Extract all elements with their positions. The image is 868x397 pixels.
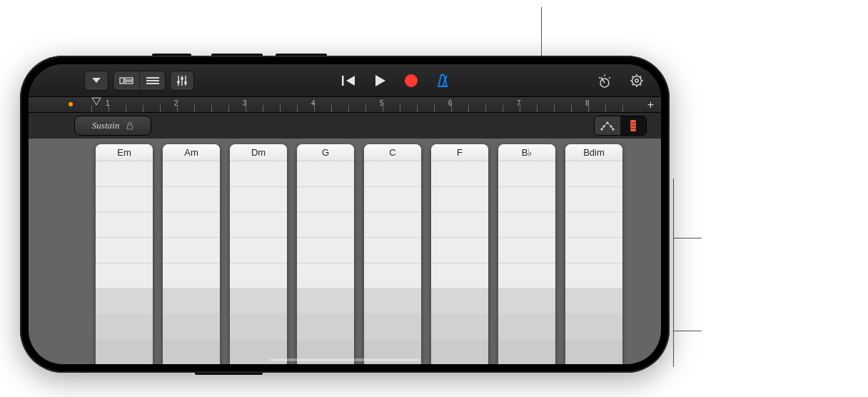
strip-row[interactable] bbox=[297, 212, 354, 238]
strip-row[interactable] bbox=[230, 288, 287, 314]
strip-row[interactable] bbox=[163, 339, 220, 364]
record-button[interactable] bbox=[405, 74, 418, 87]
tracks-view-button[interactable] bbox=[113, 71, 139, 91]
chord-strip[interactable]: C bbox=[364, 144, 421, 364]
strip-row[interactable] bbox=[498, 339, 555, 364]
strip-row[interactable] bbox=[297, 288, 354, 314]
sliders-icon bbox=[176, 75, 188, 86]
list-view-button[interactable] bbox=[139, 71, 165, 91]
strip-row[interactable] bbox=[431, 187, 488, 213]
strip-row[interactable] bbox=[498, 238, 555, 263]
strip-row[interactable] bbox=[96, 263, 153, 289]
chord-strip-body[interactable] bbox=[96, 161, 153, 364]
strip-row[interactable] bbox=[96, 187, 153, 213]
chord-strip-body[interactable] bbox=[163, 161, 220, 364]
strip-row[interactable] bbox=[364, 288, 421, 314]
strip-row[interactable] bbox=[565, 161, 622, 187]
strip-row[interactable] bbox=[163, 314, 220, 340]
chord-strip-body[interactable] bbox=[230, 161, 287, 364]
chord-strip[interactable]: G bbox=[297, 144, 354, 364]
lock-icon bbox=[126, 121, 133, 130]
strip-row[interactable] bbox=[96, 288, 153, 314]
strip-row[interactable] bbox=[96, 314, 153, 340]
strip-row[interactable] bbox=[163, 263, 220, 289]
strip-row[interactable] bbox=[163, 187, 220, 213]
strip-row[interactable] bbox=[565, 314, 622, 340]
track-controls-button[interactable] bbox=[597, 73, 612, 89]
strip-row[interactable] bbox=[163, 161, 220, 187]
strip-row[interactable] bbox=[431, 238, 488, 263]
tuner-knob-icon bbox=[597, 73, 612, 89]
strip-row[interactable] bbox=[565, 187, 622, 213]
play-button[interactable] bbox=[375, 74, 386, 87]
rewind-button[interactable] bbox=[342, 75, 356, 86]
strip-row[interactable] bbox=[163, 288, 220, 314]
strip-row[interactable] bbox=[297, 238, 354, 263]
chord-strip[interactable]: Bdim bbox=[565, 144, 622, 364]
sustain-button[interactable]: Sustain bbox=[74, 116, 151, 136]
strip-row[interactable] bbox=[297, 314, 354, 340]
strip-row[interactable] bbox=[163, 238, 220, 263]
strip-row[interactable] bbox=[230, 212, 287, 238]
strip-row[interactable] bbox=[498, 288, 555, 314]
strip-row[interactable] bbox=[498, 263, 555, 289]
strip-row[interactable] bbox=[230, 161, 287, 187]
chord-strip[interactable]: Em bbox=[96, 144, 153, 364]
strip-row[interactable] bbox=[498, 187, 555, 213]
strip-row[interactable] bbox=[364, 187, 421, 213]
chord-strip[interactable]: B♭ bbox=[498, 144, 555, 364]
chord-strip-body[interactable] bbox=[364, 161, 421, 364]
chord-strips-view-button[interactable] bbox=[620, 116, 646, 135]
strip-row[interactable] bbox=[565, 212, 622, 238]
strip-row[interactable] bbox=[96, 238, 153, 263]
strip-row[interactable] bbox=[297, 187, 354, 213]
strip-row[interactable] bbox=[230, 187, 287, 213]
home-indicator[interactable] bbox=[270, 358, 420, 361]
svg-rect-1 bbox=[125, 78, 133, 80]
strip-row[interactable] bbox=[364, 212, 421, 238]
chord-strip-body[interactable] bbox=[297, 161, 354, 364]
strip-row[interactable] bbox=[230, 314, 287, 340]
browser-button[interactable] bbox=[84, 71, 108, 91]
strip-row[interactable] bbox=[297, 263, 354, 289]
strip-row[interactable] bbox=[297, 161, 354, 187]
strip-row[interactable] bbox=[96, 339, 153, 364]
strip-row[interactable] bbox=[230, 263, 287, 289]
strip-row[interactable] bbox=[364, 238, 421, 263]
controls-button[interactable] bbox=[170, 71, 194, 91]
settings-button[interactable] bbox=[630, 74, 644, 88]
chord-strip[interactable]: F bbox=[431, 144, 488, 364]
strip-row[interactable] bbox=[498, 212, 555, 238]
chord-strip-body[interactable] bbox=[431, 161, 488, 364]
strip-row[interactable] bbox=[498, 161, 555, 187]
chord-strip-body[interactable] bbox=[498, 161, 555, 364]
chord-strip[interactable]: Dm bbox=[230, 144, 287, 364]
callout-line-right-mid bbox=[673, 238, 702, 238]
add-section-button[interactable]: + bbox=[647, 99, 654, 111]
strip-row[interactable] bbox=[163, 212, 220, 238]
strip-row[interactable] bbox=[364, 263, 421, 289]
chord-strip[interactable]: Am bbox=[163, 144, 220, 364]
strip-row[interactable] bbox=[364, 314, 421, 340]
strip-row[interactable] bbox=[431, 212, 488, 238]
strip-row[interactable] bbox=[431, 288, 488, 314]
strip-row[interactable] bbox=[431, 161, 488, 187]
strip-row[interactable] bbox=[431, 314, 488, 340]
strip-row[interactable] bbox=[431, 339, 488, 364]
svg-point-11 bbox=[184, 81, 187, 84]
strip-row[interactable] bbox=[96, 212, 153, 238]
strip-row[interactable] bbox=[364, 161, 421, 187]
timeline-ruler[interactable]: 1 2 3 4 5 6 7 8 + bbox=[29, 97, 661, 113]
chord-strip-body[interactable] bbox=[565, 161, 622, 364]
strip-row[interactable] bbox=[96, 161, 153, 187]
strip-row[interactable] bbox=[565, 339, 622, 364]
strip-row[interactable] bbox=[565, 288, 622, 314]
transport-controls bbox=[198, 74, 592, 88]
strip-row[interactable] bbox=[498, 314, 555, 340]
strip-row[interactable] bbox=[565, 263, 622, 289]
strip-row[interactable] bbox=[565, 238, 622, 263]
strip-row[interactable] bbox=[431, 263, 488, 289]
arpeggiator-view-button[interactable] bbox=[595, 116, 620, 135]
strip-row[interactable] bbox=[230, 238, 287, 263]
metronome-button[interactable] bbox=[436, 74, 449, 88]
